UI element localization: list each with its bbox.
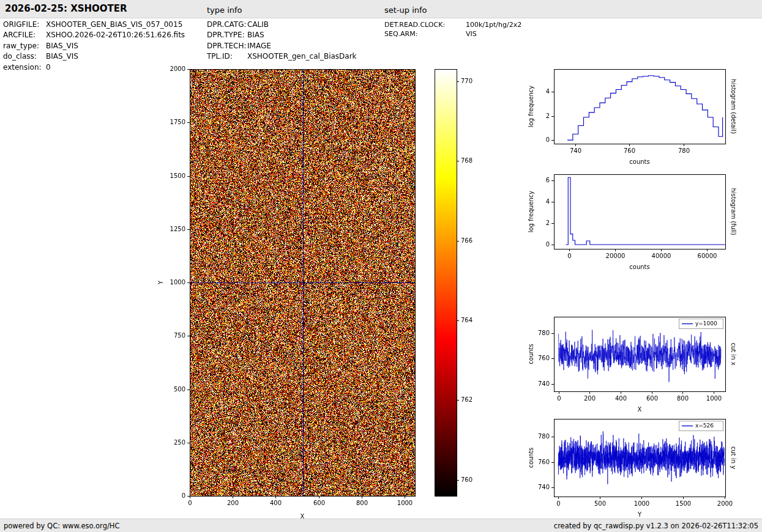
- meta-value: VIS: [466, 30, 477, 38]
- meta-label: raw_type:: [3, 41, 46, 51]
- meta-row: extension:0: [3, 62, 185, 73]
- footer-right-text: created by qc_rawdisp.py v1.2.3 on 2026-…: [554, 522, 758, 530]
- file-info-block: ORIGFILE:XSHOOTER_GEN_BIAS_VIS_057_0015 …: [3, 20, 185, 73]
- footer-left-text: powered by QC: www.eso.org/HC: [4, 522, 119, 530]
- meta-row: ORIGFILE:XSHOOTER_GEN_BIAS_VIS_057_0015: [3, 20, 185, 30]
- meta-value: BIAS_VIS: [46, 52, 78, 61]
- meta-value: 0: [46, 63, 51, 72]
- qc-report-page: 2026-02-25: XSHOOTER type info set-up in…: [0, 0, 762, 532]
- meta-label: TPL.ID:: [207, 51, 247, 62]
- setup-info-block: DET.READ.CLOCK:100k/1pt/hg/2x2 SEQ.ARM:V…: [384, 20, 521, 39]
- meta-value: XSHOOTER_GEN_BIAS_VIS_057_0015: [46, 20, 182, 29]
- meta-row: raw_type:BIAS_VIS: [3, 41, 185, 51]
- meta-label: DPR.CATG:: [207, 20, 247, 30]
- meta-value: IMAGE: [247, 42, 271, 50]
- meta-label: extension:: [3, 62, 46, 73]
- meta-label: ARCFILE:: [3, 30, 46, 40]
- qc-plots-canvas: [0, 0, 762, 532]
- meta-label: DPR.TECH:: [207, 41, 247, 51]
- meta-value: CALIB: [247, 20, 269, 29]
- meta-row: SEQ.ARM:VIS: [384, 29, 521, 39]
- meta-label: DPR.TYPE:: [207, 30, 247, 40]
- meta-row: do_class:BIAS_VIS: [3, 51, 185, 62]
- meta-label: do_class:: [3, 51, 46, 62]
- meta-row: DPR.TECH:IMAGE: [207, 41, 357, 51]
- type-info-heading: type info: [207, 6, 242, 15]
- meta-row: DPR.CATG:CALIB: [207, 20, 357, 30]
- page-title: 2026-02-25: XSHOOTER: [5, 3, 127, 14]
- meta-row: TPL.ID:XSHOOTER_gen_cal_BiasDark: [207, 51, 357, 62]
- meta-row: ARCFILE:XSHOO.2026-02-26T10:26:51.626.fi…: [3, 30, 185, 40]
- meta-row: DET.READ.CLOCK:100k/1pt/hg/2x2: [384, 20, 521, 29]
- meta-value: 100k/1pt/hg/2x2: [466, 21, 521, 29]
- type-info-block: DPR.CATG:CALIB DPR.TYPE:BIAS DPR.TECH:IM…: [207, 20, 357, 62]
- meta-value: BIAS: [247, 31, 264, 39]
- meta-label: DET.READ.CLOCK:: [384, 20, 466, 29]
- meta-value: BIAS_VIS: [46, 42, 78, 50]
- meta-label: SEQ.ARM:: [384, 29, 466, 39]
- meta-label: ORIGFILE:: [3, 20, 46, 30]
- meta-row: DPR.TYPE:BIAS: [207, 30, 357, 40]
- meta-value: XSHOOTER_gen_cal_BiasDark: [247, 52, 357, 61]
- setup-info-heading: set-up info: [384, 6, 427, 15]
- meta-value: XSHOO.2026-02-26T10:26:51.626.fits: [46, 31, 185, 39]
- footer-bar: powered by QC: www.eso.org/HC created by…: [0, 519, 762, 532]
